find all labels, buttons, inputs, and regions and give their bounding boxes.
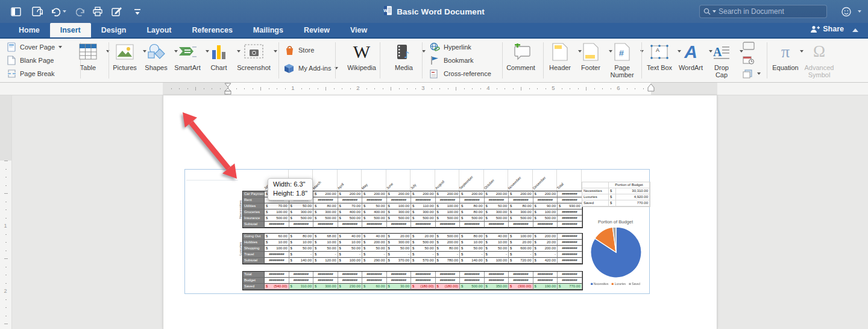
my-addins-icon xyxy=(283,63,295,74)
ruler-tick xyxy=(5,316,7,316)
legend-marker xyxy=(591,283,593,285)
redo-icon[interactable] xyxy=(75,5,87,18)
sheet-cell: $80.00 xyxy=(460,203,485,209)
sheet-cell: $30.00 xyxy=(387,284,412,290)
blank-page-icon xyxy=(7,56,16,65)
vertical-ruler[interactable]: 12 xyxy=(0,95,12,329)
sheet-cell: $300.00 xyxy=(313,284,338,290)
hyperlink-button[interactable]: Hyperlink xyxy=(429,42,471,53)
ruler-tick xyxy=(334,88,335,89)
media-button[interactable]: ♪ Media xyxy=(385,40,423,72)
row-label: Subtotal xyxy=(243,222,265,228)
ruler-number: 1 xyxy=(0,223,11,229)
drop-cap-button[interactable]: A Drop Cap xyxy=(702,40,741,78)
show-panel-icon[interactable] xyxy=(10,5,22,18)
undo-icon[interactable] xyxy=(49,5,61,18)
right-indent-marker[interactable] xyxy=(647,83,655,95)
bookmark-button[interactable]: Bookmark xyxy=(429,55,474,66)
ruler-tick xyxy=(594,88,595,89)
sheet-cell: ######## xyxy=(265,252,289,258)
sheet-cell: ######## xyxy=(265,222,289,228)
table-label: Table xyxy=(69,65,107,72)
sheet-cell: $930.00 xyxy=(558,203,582,209)
cross-reference-button[interactable]: Cross-reference xyxy=(429,68,491,79)
tab-home[interactable]: Home xyxy=(8,23,50,37)
sheet-cell: ######## xyxy=(387,278,412,284)
ruler-tick xyxy=(432,88,432,89)
tab-review[interactable]: Review xyxy=(294,23,340,37)
ruler-tick xyxy=(627,88,627,89)
ruler-tick xyxy=(439,88,440,89)
search-box[interactable] xyxy=(699,5,827,18)
ruler-tick xyxy=(187,88,188,89)
comment-label: Comment xyxy=(502,65,540,72)
date-time-button[interactable] xyxy=(743,54,755,65)
object-button[interactable] xyxy=(743,68,761,79)
sheet-cell: $100.00 xyxy=(533,209,558,216)
comment-button[interactable]: Comment xyxy=(502,40,540,72)
cover-page-label: Cover Page xyxy=(20,43,55,51)
ruler-tick xyxy=(220,88,221,89)
document-page[interactable]: JanuaryFebruaryMarchAprilMayJuneJulyAugu… xyxy=(163,95,717,329)
ruler-number: 4 xyxy=(486,85,489,91)
ruler-tick xyxy=(611,88,611,89)
sheet-cell: ######## xyxy=(289,278,314,284)
print-icon[interactable] xyxy=(92,5,104,18)
legend-marker xyxy=(612,283,614,285)
tab-insert[interactable]: Insert xyxy=(50,23,91,37)
screenshot-button[interactable]: Screenshot xyxy=(233,40,275,72)
embedded-spreadsheet-object[interactable]: JanuaryFebruaryMarchAprilMayJuneJulyAugu… xyxy=(184,169,650,294)
page-number-label: Page xyxy=(603,65,641,72)
tab-mailings[interactable]: Mailings xyxy=(243,23,294,37)
month-column: November xyxy=(508,170,533,191)
blank-page-button[interactable]: Blank Page xyxy=(7,55,54,66)
tab-layout[interactable]: Layout xyxy=(136,23,181,37)
page-break-button[interactable]: Page Break xyxy=(7,68,54,79)
page-number-button[interactable]: # Page Number xyxy=(603,40,641,78)
cover-page-button[interactable]: Cover Page xyxy=(7,42,62,53)
ruler-tick xyxy=(5,169,7,170)
page-break-label: Page Break xyxy=(20,70,54,77)
edit-icon[interactable] xyxy=(111,5,123,18)
sheet-cell: $20.00 xyxy=(509,240,533,246)
wikipedia-button[interactable]: W Wikipedia xyxy=(340,40,383,72)
month-header-label: October xyxy=(483,179,494,190)
cross-reference-icon xyxy=(429,69,440,78)
resize-arrow-annotation xyxy=(174,104,247,188)
search-input[interactable] xyxy=(719,7,815,16)
row-label: Subtotal xyxy=(243,258,265,264)
wikipedia-icon: W xyxy=(353,43,370,61)
sheet-cell: $500.00 xyxy=(265,216,289,222)
shapes-icon xyxy=(146,43,166,60)
toolbar-overflow-icon[interactable] xyxy=(131,5,143,18)
ruler-tick xyxy=(643,88,644,89)
tab-view[interactable]: View xyxy=(340,23,377,37)
search-scope-dropdown-icon[interactable] xyxy=(712,10,716,13)
side-table-corner xyxy=(582,182,609,188)
month-header-label: May xyxy=(361,183,368,190)
sheet-cell: $200.00 xyxy=(436,191,461,197)
indent-markers[interactable] xyxy=(224,83,231,95)
advanced-symbol-button[interactable]: Ω Advanced Symbol xyxy=(797,40,841,78)
side-table-name: Luxuries xyxy=(582,194,609,200)
ruler-tick xyxy=(309,88,310,89)
month-header-label: Total xyxy=(556,182,564,190)
store-button[interactable]: Store xyxy=(285,45,314,56)
document-title: Basic Word Document xyxy=(397,7,485,16)
sheet-cell: ######## xyxy=(265,258,289,264)
month-header-label: December xyxy=(532,176,546,190)
feedback-smiley-icon[interactable] xyxy=(840,5,852,18)
frame-button[interactable] xyxy=(743,40,755,51)
collapse-ribbon-icon[interactable] xyxy=(852,28,858,32)
undo-dropdown-icon[interactable] xyxy=(60,5,66,18)
ruler-tick xyxy=(5,299,7,300)
table-button[interactable]: Table xyxy=(69,40,107,72)
tab-references[interactable]: References xyxy=(181,23,242,37)
my-addins-button[interactable]: My Add-ins xyxy=(283,63,338,74)
share-button[interactable]: Share xyxy=(810,25,844,33)
smiley-dropdown-icon[interactable] xyxy=(856,5,861,18)
tab-design[interactable]: Design xyxy=(91,23,137,37)
screenshot-label: Screenshot xyxy=(233,65,275,72)
horizontal-ruler[interactable]: 123456 xyxy=(0,83,868,95)
save-icon[interactable] xyxy=(31,5,43,18)
